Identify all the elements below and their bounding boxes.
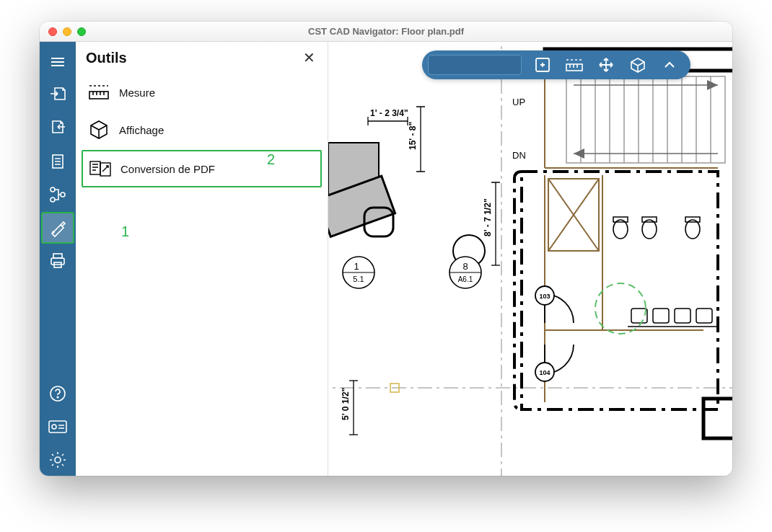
svg-point-9 bbox=[61, 192, 65, 197]
sidebar-structure[interactable] bbox=[41, 179, 74, 210]
import-icon bbox=[48, 119, 67, 138]
tools-icon bbox=[48, 218, 68, 238]
svg-point-10 bbox=[53, 231, 54, 233]
svg-rect-12 bbox=[51, 258, 64, 265]
help-icon bbox=[48, 384, 67, 403]
cube-icon bbox=[87, 118, 110, 141]
drawing-viewport[interactable]: UP DN 1' - 2 3/4" 15' - 8" 8' - 7 1/2" 5… bbox=[328, 42, 732, 476]
toolbar-collapse[interactable] bbox=[654, 52, 685, 78]
svg-text:1: 1 bbox=[354, 261, 359, 272]
toolbar-pan[interactable] bbox=[591, 52, 621, 78]
svg-text:104: 104 bbox=[539, 369, 550, 376]
sidebar-help[interactable] bbox=[41, 378, 74, 409]
svg-rect-28 bbox=[100, 163, 110, 176]
panel-header: Outils ✕ bbox=[76, 42, 328, 72]
sidebar-document[interactable] bbox=[41, 146, 74, 177]
floating-toolbar bbox=[422, 50, 690, 79]
svg-rect-101 bbox=[566, 64, 582, 71]
structure-icon bbox=[48, 185, 67, 204]
export-icon bbox=[48, 86, 67, 105]
svg-rect-59 bbox=[696, 309, 712, 323]
menu-item-label: Mesure bbox=[119, 87, 155, 99]
svg-rect-22 bbox=[89, 92, 108, 99]
svg-rect-57 bbox=[653, 309, 669, 323]
menu-item-pdf-convert[interactable]: Conversion de PDF bbox=[82, 150, 322, 187]
panel-close-button[interactable]: ✕ bbox=[300, 49, 317, 66]
svg-text:DN: DN bbox=[512, 150, 526, 161]
measure-tool-icon bbox=[565, 57, 584, 73]
app-body: Outils ✕ Mesure bbox=[40, 42, 732, 476]
sidebar bbox=[40, 42, 76, 476]
measure-icon bbox=[87, 81, 110, 104]
settings-icon bbox=[48, 451, 67, 469]
svg-text:1' - 2 3/4": 1' - 2 3/4" bbox=[370, 108, 408, 118]
cube-view-icon bbox=[629, 56, 646, 74]
sidebar-license[interactable] bbox=[41, 411, 74, 443]
floor-plan-drawing: UP DN 1' - 2 3/4" 15' - 8" 8' - 7 1/2" 5… bbox=[328, 42, 732, 476]
svg-text:5.1: 5.1 bbox=[353, 275, 364, 283]
annotation-1: 1 bbox=[121, 223, 129, 240]
svg-rect-39 bbox=[566, 76, 725, 163]
panel-title: Outils bbox=[86, 50, 127, 66]
sidebar-print[interactable] bbox=[41, 245, 74, 277]
svg-point-52 bbox=[642, 220, 657, 239]
document-icon bbox=[49, 153, 66, 170]
svg-text:8' - 7 1/2": 8' - 7 1/2" bbox=[483, 198, 493, 236]
svg-rect-56 bbox=[631, 309, 647, 323]
sidebar-import[interactable] bbox=[41, 112, 74, 144]
app-window: CST CAD Navigator: Floor plan.pdf bbox=[40, 22, 732, 476]
sidebar-tools[interactable] bbox=[41, 212, 74, 244]
svg-rect-58 bbox=[675, 309, 690, 323]
tools-panel: Outils ✕ Mesure bbox=[76, 42, 328, 476]
svg-point-54 bbox=[685, 220, 700, 239]
svg-text:103: 103 bbox=[539, 293, 550, 300]
panel-menu: Mesure Affichage bbox=[76, 72, 328, 187]
sidebar-export[interactable] bbox=[41, 79, 74, 111]
fit-view-icon bbox=[534, 56, 551, 74]
menu-item-label: Conversion de PDF bbox=[120, 163, 215, 175]
svg-point-15 bbox=[57, 396, 58, 398]
toolbar-measure[interactable] bbox=[559, 52, 589, 78]
svg-point-7 bbox=[51, 187, 55, 192]
svg-text:UP: UP bbox=[512, 97, 525, 107]
license-icon bbox=[48, 420, 68, 434]
menu-item-measure[interactable]: Mesure bbox=[82, 75, 322, 110]
sidebar-settings[interactable] bbox=[41, 444, 74, 476]
menu-item-display[interactable]: Affichage bbox=[82, 112, 322, 147]
collapse-icon bbox=[662, 58, 677, 72]
svg-text:8: 8 bbox=[462, 261, 468, 272]
svg-rect-11 bbox=[53, 254, 62, 258]
window-title: CST CAD Navigator: Floor plan.pdf bbox=[40, 26, 732, 37]
svg-point-8 bbox=[51, 198, 55, 202]
svg-point-17 bbox=[52, 425, 56, 429]
toolbar-cube-view[interactable] bbox=[623, 52, 653, 78]
pan-icon bbox=[597, 56, 615, 74]
titlebar: CST CAD Navigator: Floor plan.pdf bbox=[40, 22, 732, 42]
pdf-convert-icon bbox=[89, 157, 112, 180]
sidebar-menu[interactable] bbox=[41, 46, 74, 78]
svg-text:A6.1: A6.1 bbox=[458, 275, 473, 283]
svg-text:5' 0 1/2": 5' 0 1/2" bbox=[341, 388, 351, 420]
toolbar-fit-view[interactable] bbox=[527, 52, 558, 78]
svg-text:15' - 8": 15' - 8" bbox=[408, 122, 418, 150]
svg-point-20 bbox=[55, 457, 61, 463]
svg-point-50 bbox=[613, 220, 628, 239]
menu-icon bbox=[49, 53, 66, 71]
menu-item-label: Affichage bbox=[119, 124, 164, 136]
annotation-2: 2 bbox=[267, 151, 275, 168]
svg-rect-27 bbox=[90, 161, 100, 174]
toolbar-search-input[interactable] bbox=[428, 55, 522, 75]
print-icon bbox=[48, 252, 67, 270]
